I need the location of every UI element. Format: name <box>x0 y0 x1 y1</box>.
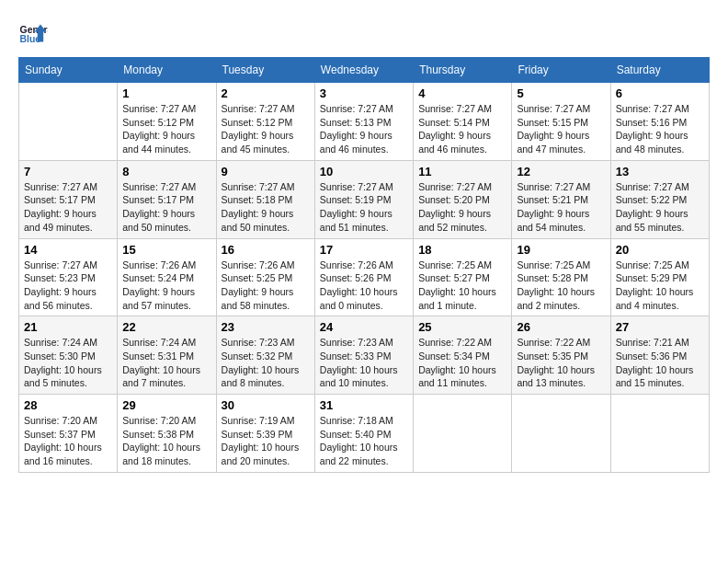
day-number: 14 <box>24 243 112 257</box>
day-number: 22 <box>122 320 210 334</box>
weekday-header: Tuesday <box>216 58 314 83</box>
day-number: 13 <box>616 165 704 178</box>
day-number: 24 <box>320 320 408 334</box>
day-number: 18 <box>418 243 506 257</box>
day-info: Sunrise: 7:23 AM Sunset: 5:32 PM Dayligh… <box>222 336 310 390</box>
weekday-header: Thursday <box>414 58 512 83</box>
day-number: 15 <box>122 243 210 257</box>
calendar-week-row: 1Sunrise: 7:27 AM Sunset: 5:12 PM Daylig… <box>19 83 710 161</box>
calendar-week-row: 14Sunrise: 7:27 AM Sunset: 5:23 PM Dayli… <box>19 238 710 316</box>
calendar-cell: 5Sunrise: 7:27 AM Sunset: 5:15 PM Daylig… <box>512 83 610 161</box>
day-number: 30 <box>222 398 310 412</box>
day-info: Sunrise: 7:19 AM Sunset: 5:39 PM Dayligh… <box>222 414 310 468</box>
calendar-week-row: 28Sunrise: 7:20 AM Sunset: 5:37 PM Dayli… <box>19 395 710 473</box>
day-number: 11 <box>418 165 506 178</box>
day-number: 12 <box>517 165 605 178</box>
calendar-cell: 19Sunrise: 7:25 AM Sunset: 5:28 PM Dayli… <box>512 238 610 316</box>
day-info: Sunrise: 7:27 AM Sunset: 5:12 PM Dayligh… <box>122 102 210 156</box>
day-info: Sunrise: 7:26 AM Sunset: 5:24 PM Dayligh… <box>122 259 210 313</box>
day-info: Sunrise: 7:22 AM Sunset: 5:35 PM Dayligh… <box>517 336 605 390</box>
calendar-cell: 8Sunrise: 7:27 AM Sunset: 5:17 PM Daylig… <box>118 160 216 238</box>
calendar-cell: 20Sunrise: 7:25 AM Sunset: 5:29 PM Dayli… <box>610 238 709 316</box>
day-info: Sunrise: 7:27 AM Sunset: 5:19 PM Dayligh… <box>320 180 408 235</box>
day-number: 1 <box>122 86 210 100</box>
day-info: Sunrise: 7:22 AM Sunset: 5:34 PM Dayligh… <box>418 336 506 390</box>
logo: General Blue <box>18 18 48 48</box>
calendar-cell: 26Sunrise: 7:22 AM Sunset: 5:35 PM Dayli… <box>512 316 610 395</box>
calendar-cell: 15Sunrise: 7:26 AM Sunset: 5:24 PM Dayli… <box>118 238 216 316</box>
calendar-cell: 29Sunrise: 7:20 AM Sunset: 5:38 PM Dayli… <box>118 395 216 473</box>
calendar-cell <box>414 395 512 473</box>
weekday-header: Friday <box>512 58 610 83</box>
calendar-table: SundayMondayTuesdayWednesdayThursdayFrid… <box>18 57 710 473</box>
day-info: Sunrise: 7:27 AM Sunset: 5:20 PM Dayligh… <box>418 180 506 235</box>
day-number: 27 <box>616 320 704 334</box>
calendar-week-row: 7Sunrise: 7:27 AM Sunset: 5:17 PM Daylig… <box>19 160 710 238</box>
day-info: Sunrise: 7:24 AM Sunset: 5:31 PM Dayligh… <box>122 336 210 390</box>
day-number: 7 <box>24 165 112 178</box>
weekday-header: Monday <box>118 58 216 83</box>
calendar-cell: 11Sunrise: 7:27 AM Sunset: 5:20 PM Dayli… <box>414 160 512 238</box>
calendar-cell: 2Sunrise: 7:27 AM Sunset: 5:12 PM Daylig… <box>216 83 314 161</box>
calendar-cell: 10Sunrise: 7:27 AM Sunset: 5:19 PM Dayli… <box>314 160 413 238</box>
day-info: Sunrise: 7:18 AM Sunset: 5:40 PM Dayligh… <box>320 414 408 468</box>
day-info: Sunrise: 7:24 AM Sunset: 5:30 PM Dayligh… <box>24 336 112 390</box>
calendar-cell: 27Sunrise: 7:21 AM Sunset: 5:36 PM Dayli… <box>610 316 709 395</box>
calendar-cell: 18Sunrise: 7:25 AM Sunset: 5:27 PM Dayli… <box>414 238 512 316</box>
calendar-cell: 31Sunrise: 7:18 AM Sunset: 5:40 PM Dayli… <box>314 395 413 473</box>
calendar-cell: 30Sunrise: 7:19 AM Sunset: 5:39 PM Dayli… <box>216 395 314 473</box>
day-info: Sunrise: 7:27 AM Sunset: 5:22 PM Dayligh… <box>616 180 704 235</box>
day-number: 19 <box>517 243 605 257</box>
day-info: Sunrise: 7:27 AM Sunset: 5:16 PM Dayligh… <box>616 102 704 156</box>
calendar-cell <box>512 395 610 473</box>
calendar-cell: 7Sunrise: 7:27 AM Sunset: 5:17 PM Daylig… <box>19 160 118 238</box>
logo-icon: General Blue <box>18 18 48 48</box>
weekday-header: Wednesday <box>314 58 413 83</box>
day-number: 21 <box>24 320 112 334</box>
weekday-header: Sunday <box>19 58 118 83</box>
day-info: Sunrise: 7:27 AM Sunset: 5:17 PM Dayligh… <box>122 180 210 235</box>
calendar-cell: 13Sunrise: 7:27 AM Sunset: 5:22 PM Dayli… <box>610 160 709 238</box>
day-info: Sunrise: 7:27 AM Sunset: 5:13 PM Dayligh… <box>320 102 408 156</box>
day-info: Sunrise: 7:27 AM Sunset: 5:18 PM Dayligh… <box>222 180 310 235</box>
day-number: 26 <box>517 320 605 334</box>
day-info: Sunrise: 7:25 AM Sunset: 5:28 PM Dayligh… <box>517 259 605 313</box>
day-info: Sunrise: 7:20 AM Sunset: 5:37 PM Dayligh… <box>24 414 112 468</box>
calendar-week-row: 21Sunrise: 7:24 AM Sunset: 5:30 PM Dayli… <box>19 316 710 395</box>
day-number: 31 <box>320 398 408 412</box>
calendar-cell: 25Sunrise: 7:22 AM Sunset: 5:34 PM Dayli… <box>414 316 512 395</box>
calendar-cell: 4Sunrise: 7:27 AM Sunset: 5:14 PM Daylig… <box>414 83 512 161</box>
day-number: 2 <box>222 86 310 100</box>
day-number: 17 <box>320 243 408 257</box>
day-info: Sunrise: 7:23 AM Sunset: 5:33 PM Dayligh… <box>320 336 408 390</box>
day-number: 25 <box>418 320 506 334</box>
calendar-cell: 6Sunrise: 7:27 AM Sunset: 5:16 PM Daylig… <box>610 83 709 161</box>
day-info: Sunrise: 7:27 AM Sunset: 5:23 PM Dayligh… <box>24 259 112 313</box>
page-header: General Blue <box>18 18 710 48</box>
calendar-cell: 9Sunrise: 7:27 AM Sunset: 5:18 PM Daylig… <box>216 160 314 238</box>
day-number: 9 <box>222 165 310 178</box>
calendar-cell: 21Sunrise: 7:24 AM Sunset: 5:30 PM Dayli… <box>19 316 118 395</box>
day-number: 29 <box>122 398 210 412</box>
day-info: Sunrise: 7:27 AM Sunset: 5:17 PM Dayligh… <box>24 180 112 235</box>
day-number: 4 <box>418 86 506 100</box>
day-number: 8 <box>122 165 210 178</box>
calendar-cell: 14Sunrise: 7:27 AM Sunset: 5:23 PM Dayli… <box>19 238 118 316</box>
day-number: 10 <box>320 165 408 178</box>
day-number: 5 <box>517 86 605 100</box>
day-info: Sunrise: 7:26 AM Sunset: 5:26 PM Dayligh… <box>320 259 408 313</box>
day-info: Sunrise: 7:20 AM Sunset: 5:38 PM Dayligh… <box>122 414 210 468</box>
day-info: Sunrise: 7:27 AM Sunset: 5:12 PM Dayligh… <box>222 102 310 156</box>
weekday-header: Saturday <box>610 58 709 83</box>
calendar-cell: 28Sunrise: 7:20 AM Sunset: 5:37 PM Dayli… <box>19 395 118 473</box>
weekday-header-row: SundayMondayTuesdayWednesdayThursdayFrid… <box>19 58 710 83</box>
calendar-cell: 23Sunrise: 7:23 AM Sunset: 5:32 PM Dayli… <box>216 316 314 395</box>
day-info: Sunrise: 7:26 AM Sunset: 5:25 PM Dayligh… <box>222 259 310 313</box>
day-info: Sunrise: 7:27 AM Sunset: 5:15 PM Dayligh… <box>517 102 605 156</box>
calendar-cell: 24Sunrise: 7:23 AM Sunset: 5:33 PM Dayli… <box>314 316 413 395</box>
calendar-cell: 3Sunrise: 7:27 AM Sunset: 5:13 PM Daylig… <box>314 83 413 161</box>
day-info: Sunrise: 7:25 AM Sunset: 5:27 PM Dayligh… <box>418 259 506 313</box>
day-number: 28 <box>24 398 112 412</box>
day-info: Sunrise: 7:27 AM Sunset: 5:14 PM Dayligh… <box>418 102 506 156</box>
calendar-cell <box>610 395 709 473</box>
